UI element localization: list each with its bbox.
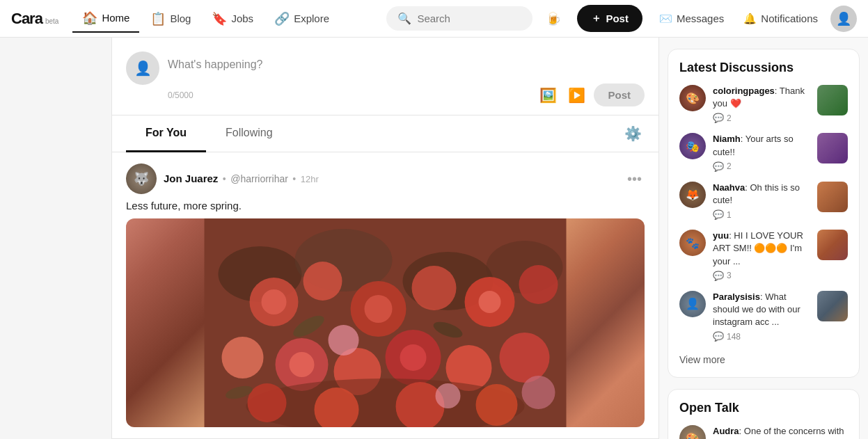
discussion-thumb-5[interactable] [817, 291, 848, 321]
composer-placeholder[interactable]: What's happening? [168, 51, 645, 78]
discussion-content-3: Naahva: Oh this is so cute! 💬 1 [713, 182, 810, 220]
disc-meta-4: 💬 3 [713, 271, 810, 281]
discussion-user-3[interactable]: Naahva [713, 182, 745, 193]
discussion-user-2[interactable]: Niamh [713, 134, 741, 144]
user-avatar-button[interactable]: 👤 [830, 6, 857, 32]
tab-following[interactable]: Following [206, 115, 292, 152]
open-talk-item-1: 🎨 Audra: One of the concerns with Cara i… [679, 425, 848, 439]
discussion-content-5: Paralysisis: What should we do with our … [713, 291, 810, 342]
post-button[interactable]: ＋ Post [577, 5, 642, 32]
logo-link[interactable]: Cara beta [11, 10, 58, 28]
avatar-placeholder-icon: 🐺 [134, 171, 149, 186]
discussion-text-4: yuu: HI I LOVE YOUR ART SM!! 🟠🟠🟠 I'm you… [713, 230, 810, 268]
svg-point-19 [400, 344, 427, 371]
disc-count-1: 2 [727, 113, 732, 123]
svg-point-13 [519, 265, 558, 304]
svg-point-6 [262, 289, 287, 314]
discussion-user-5[interactable]: Paralysisis [713, 292, 760, 302]
nav-blog[interactable]: 📋 Blog [141, 6, 200, 32]
svg-point-7 [303, 262, 342, 301]
latest-discussions-card: Latest Discussions 🎨 coloringpages: Than… [668, 49, 860, 378]
nav-links: 🏠 Home 📋 Blog 🔖 Jobs 🔗 Explore [72, 5, 379, 33]
comment-icon-1: 💬 [713, 113, 724, 123]
discussion-text-3: Naahva: Oh this is so cute! [713, 182, 810, 207]
disc-count-5: 148 [727, 332, 741, 342]
svg-point-26 [476, 384, 518, 426]
disc-meta-2: 💬 2 [713, 161, 810, 172]
main-layout: 👤 What's happening? 0/5000 🖼️ ▶️ Post Fo… [0, 38, 868, 439]
center-column: 👤 What's happening? 0/5000 🖼️ ▶️ Post Fo… [111, 38, 659, 439]
discussion-thumb-2[interactable] [817, 133, 848, 163]
feed-settings-button[interactable]: ⚙️ [622, 117, 645, 150]
discussion-avatar-1[interactable]: 🎨 [679, 85, 706, 111]
post-image [126, 218, 645, 427]
post-button-label: Post [606, 13, 629, 24]
discussion-avatar-5[interactable]: 👤 [679, 291, 706, 317]
plus-icon: ＋ [591, 12, 601, 25]
open-talk-user-1[interactable]: Audra [713, 426, 739, 436]
tab-for-you[interactable]: For You [126, 115, 206, 152]
discussion-user-1[interactable]: coloringpages [713, 86, 775, 96]
messages-button[interactable]: ✉️ Messages [652, 7, 731, 31]
composer-meta: 0/5000 🖼️ ▶️ Post [168, 83, 645, 106]
post-author-handle[interactable]: @harriorrihar [230, 173, 288, 184]
open-talk-card: Open Talk 🎨 Audra: One of the concerns w… [668, 389, 860, 439]
discussion-content-2: Niamh: Your arts so cute!! 💬 2 [713, 133, 810, 171]
discussion-thumb-3[interactable] [817, 182, 848, 212]
open-talk-title: Open Talk [679, 401, 848, 415]
composer-actions: 🖼️ ▶️ Post [537, 83, 645, 106]
post-time: 12hr [301, 174, 319, 184]
discussion-thumb-4[interactable] [817, 230, 848, 260]
discussion-item-2: 🎭 Niamh: Your arts so cute!! 💬 2 [679, 133, 848, 171]
discussion-item-5: 👤 Paralysisis: What should we do with ou… [679, 291, 848, 342]
discussion-content-4: yuu: HI I LOVE YOUR ART SM!! 🟠🟠🟠 I'm you… [713, 230, 810, 281]
nav-home[interactable]: 🏠 Home [72, 5, 139, 33]
comment-icon-3: 💬 [713, 209, 724, 220]
post-submit-button[interactable]: Post [594, 83, 645, 106]
top-navigation: Cara beta 🏠 Home 📋 Blog 🔖 Jobs 🔗 Explore… [0, 0, 868, 38]
composer-user-icon: 👤 [134, 60, 152, 77]
post-composer: 👤 What's happening? 0/5000 🖼️ ▶️ Post [112, 38, 658, 115]
left-sidebar [0, 38, 111, 439]
jobs-icon: 🔖 [212, 11, 227, 26]
notifications-label: Notifications [761, 13, 818, 24]
open-talk-avatar-1[interactable]: 🎨 [679, 425, 706, 439]
svg-point-31 [436, 383, 461, 408]
post-author-avatar[interactable]: 🐺 [126, 163, 157, 194]
discussion-thumb-1[interactable] [817, 85, 848, 115]
composer-right: What's happening? 0/5000 🖼️ ▶️ Post [168, 51, 645, 106]
svg-point-9 [365, 295, 393, 323]
bell-icon: 🔔 [743, 13, 757, 25]
blog-icon: 📋 [150, 11, 166, 26]
add-video-button[interactable]: ▶️ [565, 84, 588, 106]
discussion-item-4: 🐾 yuu: HI I LOVE YOUR ART SM!! 🟠🟠🟠 I'm y… [679, 230, 848, 281]
search-icon: 🔍 [397, 12, 411, 25]
nav-explore[interactable]: 🔗 Explore [265, 6, 339, 32]
discussion-avatar-2[interactable]: 🎭 [679, 133, 706, 159]
messages-icon: ✉️ [659, 13, 672, 25]
add-image-button[interactable]: 🖼️ [537, 84, 560, 106]
svg-point-30 [329, 325, 359, 356]
notifications-button[interactable]: 🔔 Notifications [736, 7, 825, 31]
post-author-username[interactable]: Jon Juarez [164, 173, 218, 184]
beer-icon-btn[interactable]: 🍺 [539, 5, 567, 33]
nav-blog-label: Blog [170, 13, 191, 24]
search-bar: 🔍 [386, 6, 532, 31]
search-input[interactable] [417, 13, 521, 24]
nav-right-actions: 🍺 ＋ Post ✉️ Messages 🔔 Notifications 👤 [539, 5, 857, 33]
explore-icon: 🔗 [274, 11, 290, 26]
disc-count-4: 3 [727, 271, 732, 280]
discussion-avatar-3[interactable]: 🦊 [679, 182, 706, 208]
svg-point-16 [290, 352, 315, 377]
discussion-avatar-4[interactable]: 🐾 [679, 230, 706, 256]
disc-count-3: 1 [727, 210, 732, 220]
comment-icon-2: 💬 [713, 161, 724, 172]
post-more-button[interactable]: ••• [624, 168, 645, 190]
nav-jobs-label: Jobs [231, 13, 253, 24]
discussion-user-4[interactable]: yuu [713, 230, 729, 241]
discussion-text-2: Niamh: Your arts so cute!! [713, 133, 810, 158]
nav-jobs[interactable]: 🔖 Jobs [202, 6, 263, 32]
view-more-link[interactable]: View more [679, 354, 725, 365]
disc-count-2: 2 [727, 161, 732, 171]
user-icon: 👤 [836, 11, 851, 26]
